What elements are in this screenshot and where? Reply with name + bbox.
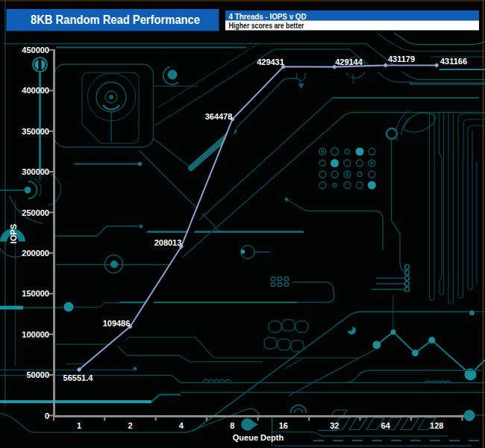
svg-text:32: 32: [330, 421, 339, 430]
svg-text:431166: 431166: [440, 57, 467, 66]
svg-text:250000: 250000: [22, 208, 49, 217]
svg-text:100000: 100000: [22, 330, 49, 339]
svg-text:4: 4: [179, 421, 184, 430]
svg-text:4 Threads - IOPS v QD: 4 Threads - IOPS v QD: [229, 12, 307, 21]
svg-text:350000: 350000: [22, 127, 49, 136]
svg-text:128: 128: [430, 421, 443, 430]
svg-text:400000: 400000: [22, 86, 49, 95]
svg-text:56551.4: 56551.4: [63, 373, 94, 382]
svg-text:364478: 364478: [205, 112, 233, 121]
svg-text:431179: 431179: [388, 55, 415, 63]
svg-text:16: 16: [279, 421, 288, 430]
svg-text:8KB Random Read Performance: 8KB Random Read Performance: [31, 13, 200, 26]
svg-text:150000: 150000: [22, 289, 49, 298]
svg-text:0: 0: [45, 411, 49, 420]
svg-text:1: 1: [77, 421, 81, 430]
svg-text:208013: 208013: [154, 238, 182, 247]
svg-text:429144: 429144: [335, 57, 363, 66]
svg-text:Queue Depth: Queue Depth: [233, 433, 284, 442]
svg-text:300000: 300000: [22, 167, 49, 176]
svg-text:IOPS: IOPS: [9, 224, 18, 243]
svg-text:2: 2: [128, 421, 132, 430]
svg-text:109486: 109486: [103, 319, 131, 328]
svg-text:8: 8: [230, 421, 234, 430]
svg-text:Higher scores are better: Higher scores are better: [229, 21, 304, 30]
svg-text:200000: 200000: [22, 249, 49, 258]
svg-text:64: 64: [381, 421, 391, 430]
svg-text:50000: 50000: [26, 370, 49, 379]
svg-text:429431: 429431: [257, 57, 284, 66]
svg-text:450000: 450000: [22, 46, 49, 55]
